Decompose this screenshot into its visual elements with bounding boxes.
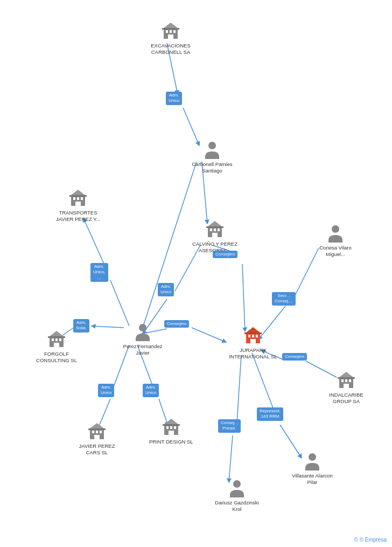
svg-rect-61	[250, 339, 256, 343]
badge-adm-unico-5: Adm.Unico	[143, 384, 159, 397]
badge-secr-consej: Secr. ,Consej....	[272, 292, 296, 306]
svg-rect-67	[349, 379, 351, 382]
svg-rect-75	[169, 431, 174, 435]
node-transportes: TRANSPORTES JAVIER PEREZ Y...	[54, 189, 102, 223]
svg-rect-35	[73, 197, 75, 200]
node-forgolf: FORGOLF CONSULTING SL	[32, 330, 81, 364]
svg-rect-46	[206, 226, 223, 228]
svg-rect-53	[59, 338, 61, 341]
forgolf-label: FORGOLF CONSULTING SL	[32, 351, 81, 364]
building-icon-transportes	[68, 189, 88, 208]
diagram-container: EXCAVACIONES CARBONELL SA Carbonell Pami…	[0, 0, 392, 547]
svg-rect-37	[81, 197, 83, 200]
person-icon-villasante	[303, 452, 322, 471]
svg-rect-73	[170, 426, 172, 429]
node-javierperez: JAVIER PEREZ CARS SL	[73, 422, 121, 456]
svg-marker-32	[164, 23, 178, 28]
conesa-label: Conesa Vilaro Miguel...	[311, 245, 360, 258]
svg-point-49	[139, 324, 146, 331]
badge-consejero-1: Consejero	[213, 251, 237, 258]
svg-rect-51	[52, 338, 54, 341]
svg-line-3	[143, 162, 197, 328]
building-icon-javierperez	[87, 422, 107, 441]
svg-rect-80	[96, 431, 98, 433]
badge-represent-143: Represent.143 RRM	[257, 407, 283, 421]
svg-marker-56	[50, 331, 64, 336]
indalcaribe-label: INDALCARIBE GROUP SA	[322, 392, 370, 405]
svg-rect-69	[338, 377, 355, 379]
badge-adm-unico-2: Adm.Unico,...	[90, 263, 108, 282]
svg-rect-81	[100, 431, 102, 433]
svg-rect-66	[345, 379, 347, 382]
node-dariusz: Dariusz Gazdzinski Krol	[213, 479, 261, 513]
svg-rect-42	[210, 229, 212, 231]
svg-rect-38	[75, 202, 81, 206]
svg-rect-74	[174, 426, 176, 429]
badge-consej-presid: Consej. ,Presid.	[218, 419, 241, 433]
villasante-label: Villasante Alarcon Pilar	[288, 473, 337, 486]
node-excavaciones: EXCAVACIONES CARBONELL SA	[146, 22, 195, 56]
copyright-symbol: ©	[354, 537, 358, 543]
svg-rect-76	[163, 424, 180, 426]
svg-line-22	[237, 356, 241, 423]
person-icon-dariusz	[227, 479, 247, 498]
badge-adm-unico-4: Adm.Unico	[98, 384, 114, 397]
svg-rect-31	[162, 28, 179, 30]
svg-rect-58	[248, 335, 250, 337]
perezfernandez-label: Perez Fernandez Javier	[118, 343, 167, 357]
svg-line-11	[242, 264, 245, 331]
building-icon-excavaciones	[161, 22, 180, 41]
node-villasante: Villasante Alarcon Pilar	[288, 452, 337, 486]
svg-rect-45	[212, 233, 218, 237]
svg-point-85	[233, 480, 241, 488]
copyright-notice: © © Empresa	[354, 537, 387, 543]
printdesign-label: PRINT DESIGN SL	[149, 439, 193, 445]
person-icon-perezfernandez	[133, 322, 152, 342]
svg-point-86	[309, 453, 316, 461]
svg-rect-55	[48, 336, 65, 338]
badge-adm-unico-1: Adm.Unico	[166, 92, 182, 105]
svg-line-24	[252, 353, 275, 412]
svg-rect-79	[92, 431, 94, 433]
building-icon-forgolf	[47, 330, 66, 349]
badge-adm-unico-3: Adm.Unico	[158, 283, 174, 296]
svg-rect-52	[55, 338, 58, 341]
node-conesa: Conesa Vilaro Miguel...	[311, 224, 360, 258]
carbonell-label: Carbonell Pamies Santiago	[188, 161, 236, 175]
building-icon-calvino	[205, 220, 225, 239]
building-icon-jurapark	[243, 326, 263, 345]
dariusz-label: Dariusz Gazdzinski Krol	[213, 500, 261, 513]
node-calvino: CALVIÑO Y PEREZ ASESORES...	[191, 220, 239, 254]
svg-marker-70	[339, 372, 353, 377]
svg-point-48	[332, 225, 339, 233]
copyright-text: © Empresa	[360, 537, 387, 543]
svg-rect-62	[244, 333, 262, 334]
node-carbonell: Carbonell Pamies Santiago	[188, 140, 236, 175]
svg-marker-40	[71, 190, 85, 195]
node-perezfernandez: Perez Fernandez Javier	[118, 322, 167, 357]
node-jurapark: JURAPARK INTERNATIONAL SL	[229, 326, 277, 361]
svg-rect-65	[341, 379, 344, 382]
svg-line-23	[229, 435, 233, 482]
svg-point-33	[208, 142, 216, 149]
transportes-label: TRANSPORTES JAVIER PEREZ Y...	[54, 210, 102, 223]
svg-rect-27	[166, 30, 168, 33]
svg-line-5	[110, 280, 129, 326]
badge-consejero-3: Consejero	[282, 353, 307, 361]
svg-rect-36	[77, 197, 79, 200]
svg-rect-44	[218, 229, 220, 231]
svg-rect-39	[69, 195, 87, 197]
svg-line-9	[192, 328, 226, 342]
svg-rect-72	[166, 426, 169, 429]
svg-rect-30	[168, 34, 173, 39]
javierperez-label: JAVIER PEREZ CARS SL	[73, 443, 121, 456]
svg-rect-60	[256, 335, 258, 337]
svg-marker-47	[208, 221, 222, 226]
svg-rect-43	[214, 229, 216, 231]
svg-rect-83	[88, 428, 106, 430]
svg-marker-77	[164, 419, 178, 424]
badge-adm-solid: Adm.Solid.	[73, 319, 89, 333]
building-icon-indalcaribe	[337, 371, 356, 390]
jurapark-label: JURAPARK INTERNATIONAL SL	[229, 347, 277, 361]
svg-rect-68	[344, 384, 349, 388]
